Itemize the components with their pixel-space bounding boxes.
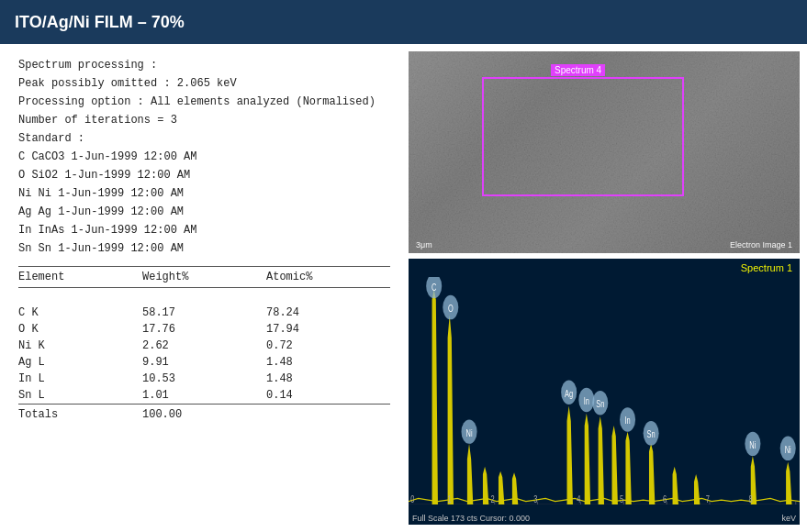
cell-atomic: 0.72 (266, 338, 390, 354)
cell-element: Ni K (18, 338, 142, 354)
processing-option: Processing option : All elements analyze… (18, 94, 390, 110)
chart-footer: Full Scale 173 cts Cursor: 0.000 (412, 514, 530, 523)
standard-item: Ag Ag 1-Jun-1999 12:00 AM (18, 204, 390, 220)
table-row: Ni K2.620.72 (18, 338, 390, 354)
standard-item: C CaCO3 1-Jun-1999 12:00 AM (18, 149, 390, 165)
chart-axis-label: keV (781, 514, 796, 523)
svg-text:5: 5 (620, 493, 623, 504)
main-content: Spectrum processing : Peak possibly omit… (0, 44, 807, 532)
standard-label: Standard : (18, 130, 390, 147)
col-weight: Weight% (142, 267, 266, 288)
cell-atomic: 0.14 (266, 387, 390, 405)
cell-element: Ag L (18, 354, 142, 371)
iterations: Number of iterations = 3 (18, 112, 390, 128)
svg-text:C: C (432, 281, 436, 293)
cell-element: Sn L (18, 387, 142, 405)
svg-text:2: 2 (490, 493, 494, 504)
image-footer: 3μm Electron Image 1 (416, 240, 792, 249)
table-row: Sn L1.010.14 (18, 387, 390, 405)
svg-text:Sn: Sn (596, 397, 604, 409)
cell-element: O K (18, 321, 142, 338)
electron-image: Spectrum 4 3μm Electron Image 1 (409, 51, 800, 253)
cell-atomic: 1.48 (266, 354, 390, 371)
svg-text:O: O (448, 302, 454, 314)
cell-element: C K (18, 305, 142, 321)
standard-item: Ni Ni 1-Jun-1999 12:00 AM (18, 185, 390, 202)
svg-text:3: 3 (533, 493, 537, 504)
col-atomic: Atomic% (266, 267, 390, 288)
image-label: Electron Image 1 (730, 240, 792, 249)
svg-text:8: 8 (749, 493, 753, 504)
cell-element: In L (18, 371, 142, 387)
spectrum-selection-box (482, 77, 684, 196)
svg-text:Ni: Ni (785, 443, 791, 455)
table-row: In L10.531.48 (18, 371, 390, 387)
standards-list: C CaCO3 1-Jun-1999 12:00 AMO SiO2 1-Jun-… (18, 149, 390, 257)
cell-weight: 58.17 (142, 305, 266, 321)
totals-weight: 100.00 (142, 405, 266, 424)
cell-weight: 17.76 (142, 321, 266, 338)
svg-text:Ag: Ag (565, 387, 573, 399)
cell-weight: 10.53 (142, 371, 266, 387)
svg-text:4: 4 (577, 493, 581, 504)
cell-weight: 9.91 (142, 354, 266, 371)
chart-title: Spectrum 1 (741, 262, 792, 273)
spectrum-chart: Spectrum 1 Full Scale 173 cts Cursor: 0.… (409, 259, 800, 525)
svg-text:Ni: Ni (749, 438, 756, 450)
elements-table: Element Weight% Atomic% C K58.1778.24O K… (18, 267, 390, 423)
standard-item: In InAs 1-Jun-1999 12:00 AM (18, 222, 390, 238)
svg-text:0: 0 (410, 493, 415, 504)
svg-text:In: In (584, 394, 589, 406)
totals-row: Totals100.00 (18, 405, 390, 424)
scale-label: 3μm (416, 240, 432, 249)
totals-label: Totals (18, 405, 142, 424)
table-row: O K17.7617.94 (18, 321, 390, 338)
cell-atomic: 78.24 (266, 305, 390, 321)
page-title: ITO/Ag/Ni FILM – 70% (15, 13, 185, 32)
cell-atomic: 1.48 (266, 371, 390, 387)
cell-weight: 2.62 (142, 338, 266, 354)
table-section: Element Weight% Atomic% C K58.1778.24O K… (18, 266, 390, 423)
standard-item: O SiO2 1-Jun-1999 12:00 AM (18, 167, 390, 183)
totals-atomic (266, 405, 390, 424)
chart-area: C O Ni Ag In Sn (409, 277, 800, 504)
standard-item: Sn Sn 1-Jun-1999 12:00 AM (18, 240, 390, 257)
svg-text:In: In (624, 415, 630, 427)
peak-omitted: Peak possibly omitted : 2.065 keV (18, 75, 390, 92)
cell-atomic: 17.94 (266, 321, 390, 338)
spectrum-processing-label: Spectrum processing : (18, 57, 390, 73)
svg-text:Ni: Ni (466, 427, 473, 438)
chart-svg: C O Ni Ag In Sn (409, 277, 800, 504)
svg-text:Sn: Sn (647, 428, 656, 440)
table-row: Ag L9.911.48 (18, 354, 390, 371)
table-row: C K58.1778.24 (18, 305, 390, 321)
right-panel: Spectrum 4 3μm Electron Image 1 Spectrum… (409, 44, 807, 532)
page-header: ITO/Ag/Ni FILM – 70% (0, 0, 807, 44)
spectrum-label: Spectrum 4 (551, 64, 605, 76)
col-element: Element (18, 267, 142, 288)
svg-text:6: 6 (663, 493, 667, 504)
svg-text:7: 7 (706, 493, 710, 504)
svg-text:1: 1 (448, 493, 452, 504)
left-panel: Spectrum processing : Peak possibly omit… (0, 44, 409, 532)
svg-rect-1 (409, 277, 800, 504)
cell-weight: 1.01 (142, 387, 266, 405)
